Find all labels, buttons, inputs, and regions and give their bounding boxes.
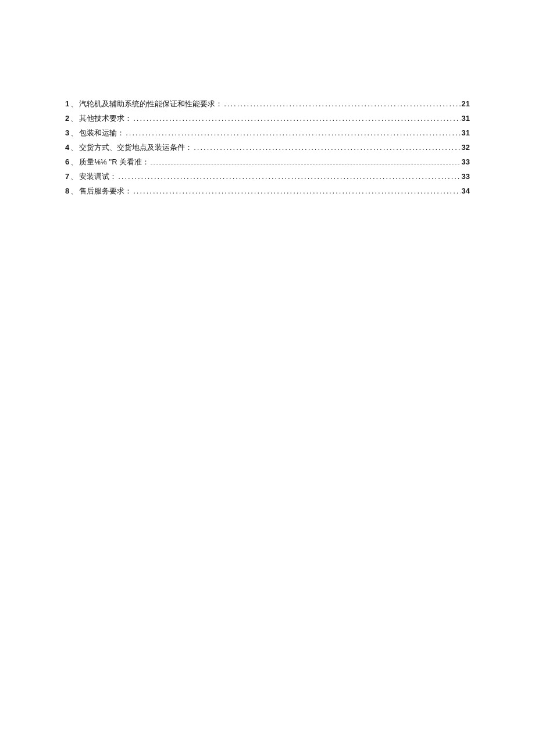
toc-entry: 4、交货方式、交货地点及装运条件：32 [65, 142, 470, 153]
toc-entry-title: 汽轮机及辅助系统的性能保证和性能要求： [79, 99, 223, 109]
toc-entry: 3、包装和运输：31 [65, 128, 470, 138]
toc-entry-page: 33 [462, 172, 470, 181]
toc-leader-dots [126, 128, 460, 137]
toc-entry-separator: 、 [70, 171, 78, 182]
toc-entry-title: 包装和运输： [79, 128, 124, 138]
toc-leader-dots [118, 172, 460, 181]
toc-leader-dots [133, 114, 460, 123]
toc-leader-dots [224, 99, 460, 108]
toc-entry-page: 31 [462, 114, 470, 123]
toc-entry: 8、售后服务要求：34 [65, 186, 470, 196]
toc-entry: 6、质量⅛⅛ "R 关看准：33 [65, 157, 470, 167]
toc-entry: 1、汽轮机及辅助系统的性能保证和性能要求：21 [65, 99, 470, 109]
document-page: 1、汽轮机及辅助系统的性能保证和性能要求：212、其他技术要求：313、包装和运… [0, 0, 535, 196]
toc-entry: 7、安装调试：33 [65, 171, 470, 182]
toc-entry-separator: 、 [70, 128, 78, 138]
toc-entry-number: 7 [65, 172, 69, 181]
toc-leader-dots [133, 187, 460, 195]
toc-entry-title: 交货方式、交货地点及装运条件： [79, 142, 192, 153]
toc-entry-page: 34 [462, 187, 470, 195]
toc-entry-separator: 、 [70, 113, 78, 124]
toc-entry-number: 2 [65, 114, 69, 123]
toc-entry-page: 33 [462, 157, 470, 166]
table-of-contents: 1、汽轮机及辅助系统的性能保证和性能要求：212、其他技术要求：313、包装和运… [65, 99, 470, 196]
toc-entry-separator: 、 [70, 142, 78, 153]
toc-entry-separator: 、 [70, 186, 78, 196]
toc-entry-title: 安装调试： [79, 171, 117, 182]
toc-entry-number: 1 [65, 99, 69, 108]
toc-entry-separator: 、 [70, 99, 78, 109]
toc-entry-page: 31 [462, 128, 470, 137]
toc-entry-separator: 、 [70, 157, 78, 167]
toc-entry-number: 8 [65, 187, 69, 195]
toc-entry-number: 4 [65, 143, 69, 152]
toc-entry: 2、其他技术要求：31 [65, 113, 470, 124]
toc-entry-title: 其他技术要求： [79, 113, 132, 124]
toc-entry-number: 3 [65, 128, 69, 137]
toc-entry-title: 质量⅛⅛ "R 关看准： [79, 157, 149, 167]
toc-leader-dots [194, 143, 460, 152]
toc-leader-dots [151, 164, 459, 164]
toc-entry-page: 32 [462, 143, 470, 152]
toc-entry-number: 6 [65, 157, 69, 166]
toc-entry-title: 售后服务要求： [79, 186, 132, 196]
toc-entry-page: 21 [462, 99, 470, 108]
